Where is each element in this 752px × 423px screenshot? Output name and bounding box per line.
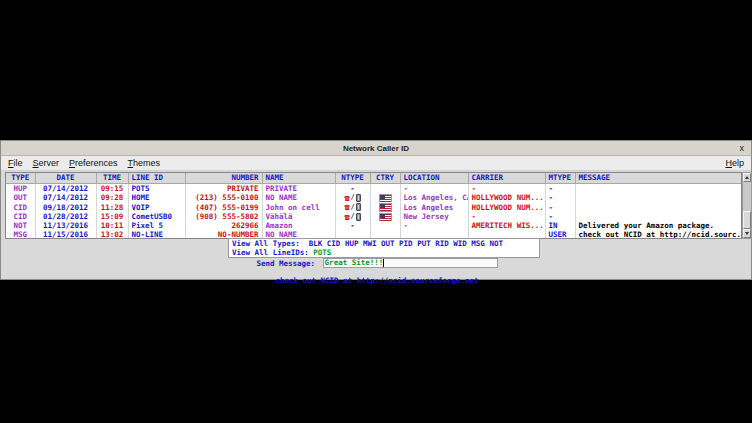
- call-row[interactable]: CID01/28/201215:09CometUSB0(908) 555-580…: [6, 212, 741, 221]
- time-cell[interactable]: 09:28: [96, 193, 128, 202]
- mtype-cell[interactable]: -: [545, 184, 575, 194]
- close-icon[interactable]: x: [740, 142, 745, 155]
- type-cell[interactable]: HUP: [6, 184, 35, 194]
- ctry-cell[interactable]: [370, 221, 400, 230]
- lineid-cell[interactable]: VOIP: [128, 202, 185, 211]
- ctry-cell[interactable]: [370, 184, 400, 194]
- name-cell[interactable]: NO NAME: [262, 193, 335, 202]
- number-cell[interactable]: (407) 555-0199: [185, 202, 262, 211]
- name-cell[interactable]: Vähälä: [262, 212, 335, 221]
- message-cell[interactable]: [575, 212, 741, 221]
- col-header-lineid[interactable]: LINE ID: [128, 173, 185, 184]
- name-cell[interactable]: John on cell: [262, 202, 335, 211]
- ctry-cell[interactable]: [370, 202, 400, 211]
- location-cell[interactable]: Los Angeles, CA: [400, 193, 468, 202]
- col-header-name[interactable]: NAME: [262, 173, 335, 184]
- date-cell[interactable]: 11/13/2016: [35, 221, 96, 230]
- ctry-cell[interactable]: [370, 212, 400, 221]
- location-cell[interactable]: -: [400, 221, 468, 230]
- ntype-cell[interactable]: ☎/: [335, 202, 370, 211]
- col-header-message[interactable]: MESSAGE: [575, 173, 741, 184]
- number-cell[interactable]: (908) 555-5802: [185, 212, 262, 221]
- col-header-number[interactable]: NUMBER: [185, 173, 262, 184]
- date-cell[interactable]: 01/28/2012: [35, 212, 96, 221]
- type-cell[interactable]: CID: [6, 202, 35, 211]
- ntype-cell[interactable]: -: [335, 221, 370, 230]
- col-header-location[interactable]: LOCATION: [400, 173, 468, 184]
- message-cell[interactable]: [575, 184, 741, 194]
- carrier-cell[interactable]: HOLLYWOOD NUM...: [468, 193, 545, 202]
- type-cell[interactable]: CID: [6, 212, 35, 221]
- us-flag-icon: [380, 204, 391, 211]
- ctry-cell[interactable]: [370, 193, 400, 202]
- name-cell[interactable]: Amazon: [262, 221, 335, 230]
- carrier-cell[interactable]: HOLLYWOOD NUM...: [468, 202, 545, 211]
- call-row[interactable]: OUT07/14/201209:28HOME(213) 555-0100NO N…: [6, 193, 741, 202]
- carrier-cell[interactable]: -: [468, 212, 545, 221]
- scroll-up-icon[interactable]: [743, 173, 751, 182]
- date-cell[interactable]: 11/15/2016: [35, 230, 96, 239]
- menu-item-server[interactable]: Server: [28, 157, 65, 169]
- mtype-cell[interactable]: -: [545, 212, 575, 221]
- date-cell[interactable]: 09/18/2012: [35, 202, 96, 211]
- type-cell[interactable]: NOT: [6, 221, 35, 230]
- ntype-cell[interactable]: ☎/: [335, 212, 370, 221]
- date-cell[interactable]: 07/14/2012: [35, 193, 96, 202]
- time-cell[interactable]: 10:11: [96, 221, 128, 230]
- lineid-cell[interactable]: POTS: [128, 184, 185, 194]
- lineid-cell[interactable]: NO-LINE: [128, 230, 185, 239]
- col-header-mtype[interactable]: MTYPE: [545, 173, 575, 184]
- number-cell[interactable]: PRIVATE: [185, 184, 262, 194]
- cell-phone-icon: [356, 213, 361, 221]
- time-cell[interactable]: 11:28: [96, 202, 128, 211]
- menu-item-help[interactable]: Help: [720, 157, 749, 169]
- lineid-cell[interactable]: Pixel 5: [128, 221, 185, 230]
- call-row[interactable]: NOT11/13/201610:11Pixel 5262966Amazon--A…: [6, 221, 741, 230]
- col-header-ntype[interactable]: NTYPE: [335, 173, 370, 184]
- col-header-type[interactable]: TYPE: [6, 173, 35, 184]
- name-cell[interactable]: PRIVATE: [262, 184, 335, 194]
- time-cell[interactable]: 13:02: [96, 230, 128, 239]
- ntype-cell[interactable]: ☎/: [335, 193, 370, 202]
- mtype-cell[interactable]: -: [545, 202, 575, 211]
- col-header-time[interactable]: TIME: [96, 173, 128, 184]
- menu-item-preferences[interactable]: Preferences: [64, 157, 123, 169]
- col-header-carrier[interactable]: CARRIER: [468, 173, 545, 184]
- lineid-cell[interactable]: HOME: [128, 193, 185, 202]
- menu-item-file[interactable]: File: [3, 157, 28, 169]
- time-cell[interactable]: 09:15: [96, 184, 128, 194]
- carrier-cell[interactable]: -: [468, 184, 545, 194]
- mtype-cell[interactable]: IN: [545, 221, 575, 230]
- number-cell[interactable]: 262966: [185, 221, 262, 230]
- ntype-cell[interactable]: -: [335, 184, 370, 194]
- time-cell[interactable]: 15:09: [96, 212, 128, 221]
- menu-item-themes[interactable]: Themes: [123, 157, 166, 169]
- col-header-ctry[interactable]: CTRY: [370, 173, 400, 184]
- send-message-input[interactable]: Great Site!!!: [323, 258, 498, 268]
- col-header-date[interactable]: DATE: [35, 173, 96, 184]
- call-row[interactable]: CID09/18/201211:28VOIP(407) 555-0199John…: [6, 202, 741, 211]
- lineid-cell[interactable]: CometUSB0: [128, 212, 185, 221]
- scrollbar-thumb[interactable]: [743, 211, 751, 229]
- mtype-cell[interactable]: USER: [545, 230, 575, 239]
- location-cell[interactable]: -: [400, 184, 468, 194]
- title-bar[interactable]: Network Caller ID x: [1, 141, 751, 156]
- message-cell[interactable]: check out NCID at http://ncid.sourc...: [575, 230, 741, 239]
- number-cell[interactable]: (213) 555-0100: [185, 193, 262, 202]
- date-cell[interactable]: 07/14/2012: [35, 184, 96, 194]
- send-message-row: Send Message: Great Site!!!: [1, 258, 752, 268]
- carrier-cell[interactable]: AMERITECH WIS...: [468, 221, 545, 230]
- location-cell[interactable]: New Jersey: [400, 212, 468, 221]
- type-cell[interactable]: OUT: [6, 193, 35, 202]
- landline-phone-icon: ☎: [344, 194, 349, 202]
- type-cell[interactable]: MSG: [6, 230, 35, 239]
- message-cell[interactable]: [575, 193, 741, 202]
- mtype-cell[interactable]: -: [545, 193, 575, 202]
- location-cell[interactable]: Los Angeles: [400, 202, 468, 211]
- call-row[interactable]: HUP07/14/201209:15POTSPRIVATEPRIVATE----: [6, 184, 741, 194]
- message-cell[interactable]: Delivered your Amazon package.: [575, 221, 741, 230]
- table-scrollbar[interactable]: [742, 172, 752, 239]
- ncid-website-link[interactable]: check out NCID at http://ncid.sourceforg…: [275, 276, 478, 285]
- scroll-down-icon[interactable]: [743, 229, 751, 238]
- message-cell[interactable]: [575, 202, 741, 211]
